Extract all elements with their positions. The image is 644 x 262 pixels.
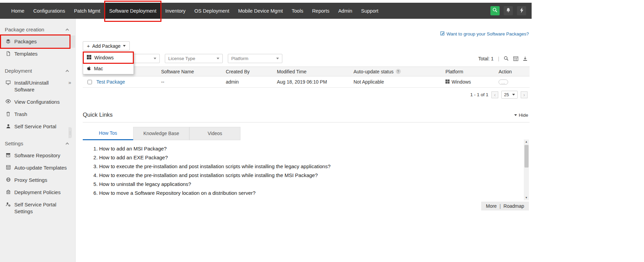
nav-item-admin[interactable]: Admin	[334, 3, 357, 19]
chevron-up-icon	[66, 28, 69, 32]
nav-item-reports[interactable]: Reports	[308, 3, 334, 19]
panel-resize-handle[interactable]: ⋮	[68, 127, 72, 138]
install-software-icon	[5, 80, 11, 85]
nav-item-patch-mgmt[interactable]: Patch Mgmt	[69, 3, 105, 19]
nav-item-software-deployment[interactable]: Software Deployment	[105, 3, 161, 19]
scroll-down-icon[interactable]: ▼	[525, 196, 528, 200]
more-link[interactable]: More	[486, 203, 497, 209]
cell-software-name: --	[161, 79, 226, 85]
help-icon[interactable]: ?	[396, 69, 401, 74]
caret-down-icon	[154, 58, 156, 59]
person-icon	[5, 124, 11, 129]
divider: |	[498, 56, 499, 61]
double-arrow-icon[interactable]: »	[68, 79, 71, 86]
menu-item-mac[interactable]: Mac	[83, 63, 133, 74]
sidebar-header-deployment[interactable]: Deployment	[0, 65, 75, 77]
sidebar-item-templates[interactable]: Templates	[0, 48, 75, 60]
sidebar-header-package-creation[interactable]: Package creation	[0, 24, 75, 35]
howto-link[interactable]: How to add an MSI Package?	[99, 146, 518, 151]
notification-button[interactable]	[504, 6, 513, 15]
group-packages-link[interactable]: Want to group your Software Packages?	[440, 31, 529, 37]
caret-down-icon	[514, 114, 517, 116]
nav-item-configurations[interactable]: Configurations	[29, 3, 70, 19]
lightning-icon	[520, 8, 524, 14]
bell-icon	[506, 8, 511, 14]
windows-logo-icon	[87, 55, 91, 60]
quick-links-scrollbar[interactable]: ▲ ▼	[524, 140, 529, 200]
howto-link[interactable]: How to move a Software Repository locati…	[99, 190, 518, 196]
page-size-value: 25	[504, 92, 509, 97]
nav-item-inventory[interactable]: Inventory	[161, 3, 190, 19]
tab-knowledge-base[interactable]: Knowledge Base	[133, 127, 189, 140]
next-page-button[interactable]: ›	[521, 91, 528, 98]
howto-link[interactable]: How to execute the pre-installation and …	[99, 163, 518, 169]
templates-icon	[5, 51, 11, 56]
nav-item-mobile-device-mgmt[interactable]: Mobile Device Mgmt	[234, 3, 287, 19]
sidebar-item-software-repository[interactable]: Software Repository	[0, 149, 75, 162]
row-checkbox[interactable]	[88, 80, 92, 84]
sidebar-item-label: Auto-update Templates	[14, 164, 67, 171]
sidebar-item-packages[interactable]: Packages	[0, 35, 75, 48]
add-package-dropdown: Windows Mac	[83, 52, 134, 74]
scroll-up-icon[interactable]: ▲	[525, 140, 528, 144]
cell-auto-update-status: Not Applicable	[354, 79, 445, 85]
chevron-up-icon	[66, 142, 69, 146]
sidebar-item-deployment-policies[interactable]: Deployment Policies	[0, 186, 75, 199]
table-search-icon[interactable]	[504, 56, 509, 61]
package-name-link[interactable]: Test Package	[96, 79, 125, 85]
sidebar-item-label: Install/Uninstall Software	[14, 79, 59, 93]
hide-quick-links-button[interactable]: Hide	[514, 113, 528, 118]
sidebar-item-proxy-settings[interactable]: Proxy Settings	[0, 174, 75, 186]
howto-link[interactable]: How to uninstall the legacy applications…	[99, 181, 518, 187]
sidebar-item-trash[interactable]: Trash	[0, 108, 75, 120]
sidebar-item-label: Software Repository	[14, 152, 60, 159]
sidebar-item-self-service-portal[interactable]: Self Service Portal	[0, 120, 75, 133]
tab-videos[interactable]: Videos	[189, 127, 240, 140]
header-software-name: Software Name	[161, 69, 226, 74]
page-size-select[interactable]: 25	[501, 91, 518, 99]
nav-item-os-deployment[interactable]: OS Deployment	[190, 3, 234, 19]
section-title: Deployment	[5, 68, 32, 74]
add-package-label: Add Package	[92, 43, 121, 49]
column-chooser-icon[interactable]	[513, 56, 518, 61]
globe-icon	[5, 177, 11, 182]
caret-down-icon	[217, 58, 219, 59]
license-type-value: License Type	[168, 56, 195, 61]
top-navigation: Home Configurations Patch Mgmt Software …	[0, 3, 532, 19]
platform-select[interactable]: Platform	[228, 54, 282, 63]
app-window: Home Configurations Patch Mgmt Software …	[0, 0, 532, 262]
menu-item-label: Mac	[94, 66, 103, 71]
row-actions-button[interactable]: ...	[499, 79, 508, 85]
nav-item-home[interactable]: Home	[7, 3, 29, 19]
cell-platform: Windows	[452, 79, 471, 85]
section-title: Package creation	[5, 27, 44, 32]
prev-page-button[interactable]: ‹	[491, 91, 498, 98]
sidebar-item-install-uninstall-software[interactable]: Install/Uninstall Software »	[0, 77, 75, 96]
add-package-button[interactable]: + Add Package	[83, 41, 130, 50]
plus-icon: +	[87, 43, 90, 49]
nav-item-support[interactable]: Support	[357, 3, 383, 19]
howto-link[interactable]: How to execute the pre-installation and …	[99, 172, 518, 178]
sidebar-item-auto-update-templates[interactable]: Auto-update Templates	[0, 162, 75, 174]
quick-actions-button[interactable]	[517, 6, 526, 15]
sidebar-header-settings[interactable]: Settings	[0, 137, 75, 149]
global-search-button[interactable]	[490, 6, 500, 15]
quick-links-tabs: How Tos Knowledge Base Videos	[83, 127, 530, 140]
tab-how-tos[interactable]: How Tos	[83, 127, 133, 140]
howto-link[interactable]: How to add an EXE Package?	[99, 155, 518, 160]
total-count-label: Total: 1	[478, 56, 493, 61]
sidebar-item-view-configurations[interactable]: View Configurations	[0, 96, 75, 108]
auto-update-value: Not Applicable	[354, 79, 384, 85]
group-packages-icon	[440, 31, 445, 37]
nav-item-tools[interactable]: Tools	[287, 3, 308, 19]
section-title: Settings	[5, 141, 23, 146]
license-type-select[interactable]: License Type	[165, 54, 223, 63]
sidebar-item-self-service-portal-settings[interactable]: Self Service Portal Settings	[0, 199, 75, 218]
roadmap-link[interactable]: Roadmap	[503, 203, 524, 209]
scrollbar-thumb[interactable]	[524, 145, 529, 168]
trash-icon	[5, 112, 11, 116]
apple-logo-icon	[87, 66, 91, 72]
menu-item-windows[interactable]: Windows	[83, 52, 133, 63]
main-content: ⋮ Want to group your Software Packages? …	[76, 19, 532, 262]
export-icon[interactable]	[523, 56, 528, 61]
